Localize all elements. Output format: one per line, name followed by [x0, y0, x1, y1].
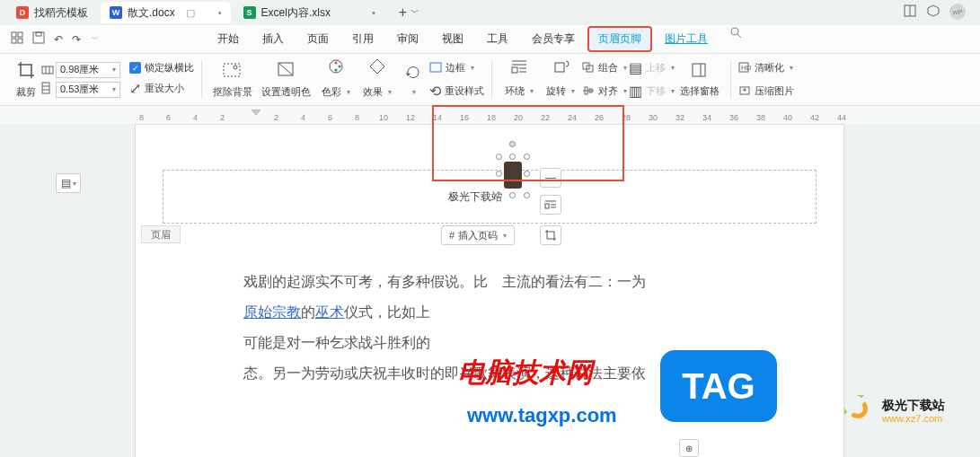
quick-more-caret[interactable]: ﹀ — [92, 34, 99, 44]
color-icon — [327, 57, 345, 80]
menu-insert[interactable]: 插入 — [252, 26, 295, 52]
reset-style-button[interactable]: ⟲重设样式 — [429, 82, 484, 101]
add-float-button[interactable]: ⊕ — [679, 439, 699, 457]
insert-page-number-button[interactable]: #插入页码▾ — [441, 225, 515, 245]
effect-button[interactable]: 效果▾ — [358, 57, 397, 101]
header-text[interactable]: 极光下载站 — [448, 189, 502, 205]
align-icon — [582, 83, 595, 100]
crop-group[interactable]: 裁剪 — [13, 61, 40, 99]
link-religion[interactable]: 原始宗教 — [243, 304, 301, 320]
rotate-small-icon — [404, 64, 422, 86]
svg-rect-3 — [12, 32, 16, 37]
align-button[interactable]: 对齐▾ — [582, 82, 627, 101]
menu-page[interactable]: 页面 — [296, 26, 340, 52]
resize-handle[interactable] — [496, 154, 502, 160]
crop-horizontal-icon[interactable] — [41, 62, 54, 78]
selection-pane-icon — [691, 62, 709, 83]
menu-picture-tools[interactable]: 图片工具 — [654, 26, 719, 52]
tab-close-icon[interactable]: • — [218, 7, 222, 18]
svg-rect-8 — [36, 32, 41, 36]
svg-text:HD: HD — [741, 64, 751, 72]
menu-view[interactable]: 视图 — [431, 26, 474, 52]
user-avatar[interactable]: wP — [949, 4, 966, 20]
resize-handle[interactable] — [509, 192, 516, 198]
resize-handle[interactable] — [524, 171, 530, 177]
tab-menu-caret[interactable]: ﹀ — [411, 6, 419, 19]
tab-doc[interactable]: W 散文.docx ▢ • — [101, 2, 231, 23]
tab-close-icon[interactable]: • — [372, 7, 375, 18]
redo-icon[interactable]: ↷ — [72, 33, 81, 46]
site-watermark: 极光下载站 www.xz7.com — [844, 395, 945, 427]
rotate-small-button[interactable]: ▾ — [399, 64, 428, 96]
layout-icon[interactable] — [903, 4, 917, 18]
move-up-button: ▤上移▾ — [629, 58, 675, 78]
crop-float-button[interactable] — [540, 225, 561, 245]
undo-icon[interactable]: ↶ — [54, 33, 63, 46]
border-icon — [429, 60, 442, 76]
svg-rect-4 — [18, 32, 22, 37]
lock-aspect-checkbox[interactable]: ✓锁定纵横比 — [129, 61, 194, 75]
color-button[interactable]: 色彩▾ — [316, 57, 356, 101]
svg-rect-6 — [18, 39, 22, 43]
tab-min-icon[interactable]: ▢ — [186, 7, 195, 19]
crop-icons — [41, 62, 54, 98]
move-down-icon: ▥ — [629, 83, 642, 100]
menu-reference[interactable]: 引用 — [341, 26, 384, 52]
tab-bar: D 找稻壳模板 W 散文.docx ▢ • S Excel内容.xlsx • +… — [0, 0, 980, 25]
cube-icon[interactable] — [926, 4, 940, 18]
excel-icon: S — [243, 6, 256, 19]
search-icon[interactable] — [729, 26, 742, 52]
menu-home[interactable]: 开始 — [207, 26, 250, 52]
menu-tools[interactable]: 工具 — [476, 26, 519, 52]
menu-review[interactable]: 审阅 — [386, 26, 429, 52]
header-options-button[interactable]: ▤ ▾ — [56, 173, 81, 193]
reset-size-button[interactable]: ⤢重设大小 — [129, 78, 194, 98]
compress-button[interactable]: 压缩图片 — [738, 82, 794, 101]
svg-rect-14 — [42, 83, 49, 93]
indent-marker[interactable] — [252, 110, 260, 119]
rotate-button[interactable]: 旋转▾ — [541, 58, 580, 101]
menu-header-footer[interactable]: 页眉页脚 — [587, 26, 652, 52]
clarity-button[interactable]: HD清晰化▾ — [738, 58, 794, 78]
border-button[interactable]: 边框▾ — [429, 58, 484, 78]
header-label: 页眉 — [141, 225, 181, 243]
watermark-url: www.tagxp.com — [467, 404, 617, 427]
svg-marker-25 — [406, 73, 411, 76]
resize-handle[interactable] — [524, 192, 530, 198]
new-tab-button[interactable]: + — [399, 4, 407, 21]
svg-rect-5 — [12, 39, 16, 43]
svg-point-9 — [731, 28, 738, 35]
menu-member[interactable]: 会员专享 — [521, 26, 586, 52]
link-witchcraft[interactable]: 巫术 — [315, 304, 344, 320]
wrap-float-button[interactable] — [540, 195, 561, 215]
compress-icon — [738, 83, 751, 100]
page-num-icon: # — [449, 230, 455, 241]
svg-point-18 — [234, 66, 237, 69]
svg-marker-43 — [252, 110, 260, 115]
tab-templates[interactable]: D 找稻壳模板 — [7, 2, 97, 23]
crop-vertical-icon[interactable] — [41, 82, 54, 98]
wrap-button[interactable]: 环绕▾ — [499, 58, 539, 101]
set-transparent-button[interactable]: 设置透明色 — [258, 61, 314, 99]
svg-rect-29 — [512, 67, 517, 73]
resize-handle[interactable] — [524, 154, 530, 160]
rotate-handle[interactable] — [509, 141, 516, 147]
clarity-icon: HD — [738, 60, 751, 76]
width-input[interactable]: 0.98厘米▾ — [56, 62, 120, 78]
resize-handle[interactable] — [496, 171, 502, 177]
height-input[interactable]: 0.53厘米▾ — [56, 82, 120, 98]
daoqiao-icon: D — [16, 6, 29, 19]
resize-handle[interactable] — [509, 154, 516, 160]
tab-excel[interactable]: S Excel内容.xlsx • — [234, 2, 384, 23]
move-up-icon: ▤ — [629, 59, 642, 76]
selection-pane-button[interactable]: 选择窗格 — [676, 62, 723, 98]
selected-image[interactable] — [499, 157, 526, 195]
svg-point-23 — [335, 69, 338, 72]
layout-float-button[interactable]: — — [540, 168, 561, 188]
svg-point-21 — [335, 62, 338, 65]
remove-bg-button[interactable]: 抠除背景 — [209, 61, 256, 99]
save-icon[interactable] — [32, 31, 45, 47]
group-button[interactable]: 组合▾ — [582, 58, 627, 78]
app-menu-icon[interactable] — [11, 31, 23, 47]
tab-label: 散文.docx — [128, 5, 175, 21]
